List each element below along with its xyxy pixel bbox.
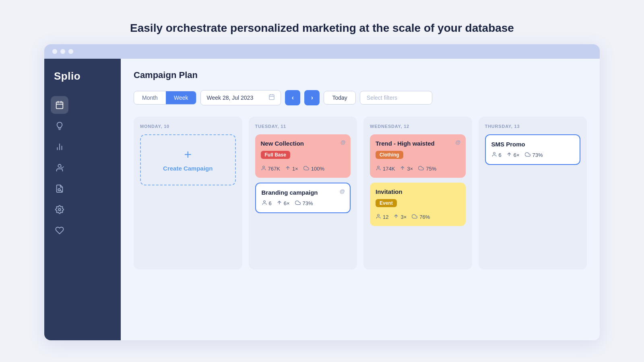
svg-point-8	[58, 189, 60, 191]
stat-icon	[295, 200, 301, 207]
sidebar-item-search-doc[interactable]	[51, 180, 68, 197]
card-stat-2: 76%	[411, 214, 430, 220]
sidebar-nav	[44, 95, 121, 240]
app-layout: Splio	[44, 59, 600, 340]
sidebar-item-heart[interactable]	[51, 222, 68, 239]
card-title: Branding campaign	[262, 189, 345, 196]
svg-point-23	[493, 152, 495, 154]
page-heading: Easily orchestrate personalized marketin…	[44, 22, 600, 35]
stat-value: 6×	[284, 200, 290, 206]
campaign-cards: SMS Promo66×73%	[485, 134, 581, 165]
toolbar: Month Week Week 28, Jul 2023 ‹ › Toda	[134, 90, 587, 105]
browser-dot-1	[52, 49, 57, 54]
day-column-1: TUESDAY, 11@New CollectionFull Base767K1…	[249, 117, 357, 269]
stat-value: 73%	[533, 152, 543, 158]
card-stats: 66×73%	[262, 200, 345, 207]
card-at-icon: @	[340, 188, 345, 194]
card-stat-2: 75%	[418, 165, 436, 172]
stat-value: 174K	[383, 166, 395, 172]
today-button[interactable]: Today	[324, 91, 355, 105]
campaign-card-new-collection[interactable]: @New CollectionFull Base767K1×100%	[255, 134, 351, 178]
sidebar-item-calendar[interactable]	[51, 96, 68, 114]
filter-placeholder: Select filters	[367, 95, 397, 101]
campaign-card-trend-high-waisted[interactable]: @Trend - High waistedClothing174K3×75%	[370, 134, 466, 178]
stat-icon	[393, 214, 399, 220]
card-stat-0: 767K	[261, 165, 280, 172]
sidebar-item-user[interactable]	[51, 159, 68, 177]
svg-point-15	[262, 166, 264, 168]
svg-point-10	[58, 208, 61, 211]
stat-icon	[262, 200, 267, 207]
page-title: Campaign Plan	[134, 70, 587, 80]
card-title: SMS Promo	[491, 141, 574, 148]
create-campaign-label: Create Campaign	[163, 165, 213, 172]
svg-point-19	[378, 166, 380, 168]
campaign-card-sms-promo[interactable]: SMS Promo66×73%	[485, 134, 581, 165]
stat-icon	[418, 165, 424, 172]
campaign-cards: @Trend - High waistedClothing174K3×75%In…	[370, 134, 466, 226]
card-stats: 767K1×100%	[261, 165, 345, 172]
view-month-button[interactable]: Month	[134, 91, 166, 104]
stat-value: 75%	[426, 166, 436, 172]
filter-select[interactable]: Select filters	[360, 91, 432, 105]
sidebar: Splio	[44, 59, 121, 340]
browser-dot-3	[68, 49, 73, 54]
card-stat-0: 6	[491, 152, 502, 158]
card-stat-1: 6×	[277, 200, 290, 207]
card-stat-2: 73%	[524, 152, 543, 158]
prev-button[interactable]: ‹	[285, 90, 300, 105]
card-stat-1: 3×	[400, 165, 413, 172]
next-button[interactable]: ›	[304, 90, 320, 105]
campaign-card-invitation[interactable]: InvitationEvent123×76%	[370, 183, 466, 226]
create-campaign-card[interactable]: +Create Campaign	[140, 134, 236, 185]
stat-value: 6	[499, 152, 502, 158]
campaign-card-branding[interactable]: @Branding campaign66×73%	[255, 183, 351, 213]
stat-value: 6×	[514, 152, 520, 158]
day-column-0: MONDAY, 10+Create Campaign	[134, 117, 242, 269]
svg-point-7	[58, 165, 61, 167]
stat-icon	[506, 152, 512, 158]
stat-icon	[277, 200, 282, 207]
svg-line-9	[61, 191, 62, 192]
sidebar-item-bulb[interactable]	[51, 117, 68, 135]
card-title: Trend - High waisted	[376, 140, 460, 147]
card-stat-0: 174K	[376, 165, 395, 172]
stat-value: 76%	[419, 214, 430, 220]
stat-value: 100%	[311, 166, 324, 172]
card-stats: 174K3×75%	[376, 165, 460, 172]
day-header: MONDAY, 10	[140, 124, 236, 129]
sidebar-item-chart[interactable]	[51, 138, 68, 156]
stat-icon	[524, 152, 531, 158]
browser-window: Splio	[44, 44, 600, 340]
stat-icon	[376, 214, 381, 220]
card-tag: Event	[376, 199, 397, 207]
card-stat-0: 6	[262, 200, 272, 207]
stat-icon	[261, 165, 266, 172]
card-stat-2: 73%	[295, 200, 313, 207]
stat-icon	[285, 165, 291, 172]
sidebar-item-settings[interactable]	[51, 201, 68, 218]
stat-value: 6	[269, 200, 272, 206]
card-stat-1: 3×	[393, 214, 407, 220]
stat-value: 3×	[407, 166, 413, 172]
browser-bar	[44, 44, 600, 59]
stat-value: 1×	[292, 166, 298, 172]
view-toggle: Month Week	[134, 91, 196, 105]
date-picker[interactable]: Week 28, Jul 2023	[200, 90, 281, 105]
card-stats: 66×73%	[491, 152, 574, 158]
day-column-2: WEDNESDAY, 12@Trend - High waistedClothi…	[363, 117, 472, 269]
svg-rect-11	[269, 95, 274, 100]
day-header: WEDNESDAY, 12	[370, 124, 466, 129]
campaign-cards: +Create Campaign	[140, 134, 236, 185]
calendar-icon	[268, 94, 275, 102]
day-header: THURSDAY, 13	[485, 124, 581, 129]
create-plus-icon: +	[184, 148, 192, 161]
card-stat-0: 12	[376, 214, 388, 220]
card-title: Invitation	[376, 188, 460, 195]
view-week-button[interactable]: Week	[166, 91, 196, 104]
stat-icon	[376, 165, 381, 172]
day-header: TUESDAY, 11	[255, 124, 351, 129]
stat-icon	[411, 214, 418, 220]
svg-rect-0	[56, 102, 63, 109]
stat-value: 73%	[303, 200, 313, 206]
